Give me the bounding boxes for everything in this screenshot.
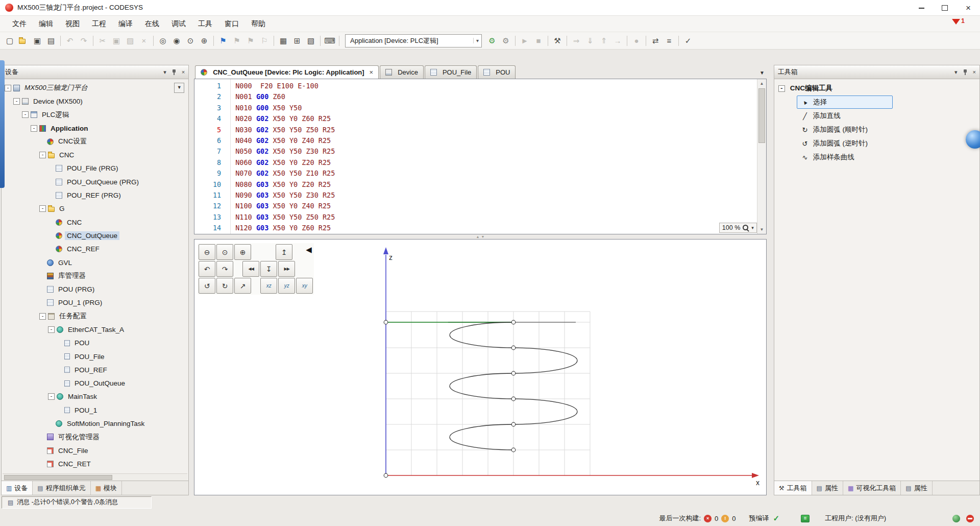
tree-item[interactable]: -CNC bbox=[2, 148, 188, 161]
visualization-toolbox-tab[interactable]: ▦可视化工具箱 bbox=[843, 481, 901, 495]
tree-item[interactable]: POU_File bbox=[2, 350, 188, 363]
run-to-cursor-button[interactable]: → bbox=[611, 34, 624, 47]
zoom-dropdown-icon[interactable]: ▾ bbox=[751, 225, 754, 230]
expander-icon[interactable]: - bbox=[13, 98, 20, 105]
play-forward-button[interactable]: ▶▶ bbox=[278, 261, 295, 277]
zoom-in-button[interactable]: ⊕ bbox=[234, 244, 251, 260]
menu-item[interactable]: 视图 bbox=[59, 16, 86, 32]
tree-item[interactable]: POU_1 (PRG) bbox=[2, 296, 188, 309]
scroll-down-icon[interactable]: ▼ bbox=[757, 227, 766, 232]
tree-item[interactable]: -MX500三轴龙门平台 bbox=[2, 81, 188, 94]
cut-button[interactable]: ✂ bbox=[96, 34, 109, 47]
toolbox-item[interactable]: ∿添加样条曲线 bbox=[797, 151, 893, 164]
tree-item[interactable]: -Application bbox=[2, 122, 188, 135]
panel-close-button[interactable]: × bbox=[182, 69, 185, 75]
save-button[interactable]: ▣ bbox=[31, 34, 44, 47]
panel-menu-button[interactable]: ▾ bbox=[163, 69, 166, 75]
scrollbar-thumb[interactable] bbox=[758, 88, 765, 143]
bookmark-list-button[interactable]: ≡ bbox=[663, 34, 676, 47]
rotate-y-button[interactable]: ↻ bbox=[216, 278, 233, 294]
insert-frame-button[interactable]: ⊞ bbox=[290, 34, 304, 47]
compare-button[interactable]: ⇄ bbox=[649, 34, 662, 47]
tree-item[interactable]: CNC设置 bbox=[2, 135, 188, 148]
maximize-button[interactable] bbox=[933, 0, 957, 15]
tree-item[interactable]: CNC bbox=[2, 216, 188, 229]
message-filter-icon[interactable]: 1 bbox=[952, 19, 965, 25]
tree-item[interactable]: POU_OutQueue bbox=[2, 377, 188, 390]
find-all-button[interactable]: ⊙ bbox=[184, 34, 197, 47]
tree-item[interactable]: CNC_OutQueue bbox=[2, 229, 188, 242]
pin-icon[interactable] bbox=[172, 69, 177, 76]
tree-item[interactable]: CNC_File bbox=[2, 444, 188, 457]
expander-icon[interactable]: - bbox=[48, 393, 55, 400]
zoom-100-button[interactable]: ⊙ bbox=[216, 244, 233, 260]
message-status-box[interactable]: ▤ 消息 -总计0个错误,0个警告,0条消息 bbox=[2, 496, 152, 509]
tree-hscrollbar[interactable] bbox=[3, 473, 187, 481]
toolbox-item[interactable]: ↺添加圆弧 (逆时针) bbox=[797, 137, 893, 150]
minimize-button[interactable] bbox=[910, 0, 933, 15]
editor-zoom-control[interactable]: 100 % ▾ bbox=[719, 223, 757, 233]
move-bottom-button[interactable]: ↧ bbox=[260, 261, 277, 277]
expander-icon[interactable]: - bbox=[39, 313, 46, 320]
active-application-selector[interactable]: Application [Device: PLC逻辑] ▾ bbox=[345, 34, 482, 47]
play-backward-button[interactable]: ◀◀ bbox=[242, 261, 259, 277]
step-over-button[interactable]: ⇒ bbox=[570, 34, 583, 47]
tree-item[interactable]: POU_OutQueue (PRG) bbox=[2, 175, 188, 188]
tree-item[interactable]: POU_REF bbox=[2, 363, 188, 376]
tree-item[interactable]: -PLC逻辑 bbox=[2, 108, 188, 122]
step-into-button[interactable]: ⇓ bbox=[583, 34, 597, 47]
panel-menu-button[interactable]: ▾ bbox=[954, 69, 958, 75]
toggle-bookmark-button[interactable]: ⚑ bbox=[216, 34, 230, 47]
login-button[interactable]: ⚙ bbox=[485, 34, 499, 47]
menu-item[interactable]: 在线 bbox=[139, 16, 165, 32]
next-bookmark-button[interactable]: ⚑ bbox=[230, 34, 243, 47]
move-top-button[interactable]: ↥ bbox=[276, 244, 292, 260]
devices-tab[interactable]: ▥设备 bbox=[2, 481, 33, 495]
menu-item[interactable]: 调试 bbox=[165, 16, 192, 32]
toolbox-item[interactable]: ↻添加圆弧 (顺时针) bbox=[797, 123, 893, 136]
toolbox-tab[interactable]: ⚒工具箱 bbox=[774, 481, 812, 495]
menu-item[interactable]: 工具 bbox=[192, 16, 218, 32]
tab-list-dropdown[interactable]: ▼ bbox=[760, 70, 765, 76]
pin-icon[interactable] bbox=[963, 69, 968, 76]
device-tree[interactable]: -MX500三轴龙门平台-Device (MX500)-PLC逻辑-Applic… bbox=[2, 79, 188, 473]
new-file-button[interactable]: ▢ bbox=[3, 34, 16, 47]
tree-item[interactable]: CNC_REF bbox=[2, 243, 188, 256]
editor-tab[interactable]: POU bbox=[478, 65, 516, 79]
insert-table-button[interactable]: ▦ bbox=[277, 34, 290, 47]
expander-icon[interactable]: - bbox=[39, 205, 46, 212]
menu-item[interactable]: 编辑 bbox=[33, 16, 59, 32]
rotate-x-button[interactable]: ↺ bbox=[199, 278, 215, 294]
tree-item[interactable]: -任务配置 bbox=[2, 309, 188, 323]
pou-units-tab[interactable]: ▤程序组织单元 bbox=[33, 481, 90, 495]
view-xz-button[interactable]: xz bbox=[260, 278, 277, 294]
panel-close-button[interactable]: × bbox=[973, 69, 976, 75]
open-project-button[interactable] bbox=[17, 34, 30, 47]
cnc-preview-pane[interactable]: z x ⊖⊙⊕↥↶↷◀◀↧▶▶↺↻↗xzyzxy ◀ bbox=[194, 239, 767, 495]
edit-declaration-button[interactable]: ▧ bbox=[304, 34, 317, 47]
tree-item[interactable]: POU_1 bbox=[2, 403, 188, 417]
tree-item[interactable]: POU_File (PRG) bbox=[2, 162, 188, 175]
menu-item[interactable]: 工程 bbox=[86, 16, 112, 32]
zoom-out-button[interactable]: ⊖ bbox=[199, 244, 215, 260]
editor-tab[interactable]: POU_File bbox=[425, 65, 477, 79]
expander-icon[interactable]: - bbox=[39, 152, 46, 158]
find-next-button[interactable]: ⊕ bbox=[198, 34, 211, 47]
toolbox-item[interactable]: ╱添加直线 bbox=[797, 109, 893, 123]
print-button[interactable]: ▤ bbox=[44, 34, 58, 47]
editor-tab[interactable]: CNC_OutQueue [Device: Plc Logic: Applica… bbox=[195, 65, 379, 79]
menu-item[interactable]: 文件 bbox=[6, 16, 33, 32]
tree-item[interactable]: -Device (MX500) bbox=[2, 94, 188, 108]
close-tab-icon[interactable]: × bbox=[370, 68, 374, 76]
menu-item[interactable]: 帮助 bbox=[245, 16, 272, 32]
editor-vscrollbar[interactable]: ▲ ▼ bbox=[757, 79, 766, 234]
logout-button[interactable]: ⚙ bbox=[499, 34, 512, 47]
expander-icon[interactable]: - bbox=[778, 85, 785, 92]
view-yz-button[interactable]: yz bbox=[278, 278, 295, 294]
tree-item[interactable]: SoftMotion_PlanningTask bbox=[2, 417, 188, 430]
collapse-toolbar-icon[interactable]: ◀ bbox=[306, 246, 312, 253]
menu-item[interactable]: 窗口 bbox=[218, 16, 245, 32]
tree-item[interactable]: 可视化管理器 bbox=[2, 431, 188, 444]
toolbox-group[interactable]: - CNC编辑工具 bbox=[774, 82, 979, 95]
tree-item[interactable]: -MainTask bbox=[2, 390, 188, 403]
